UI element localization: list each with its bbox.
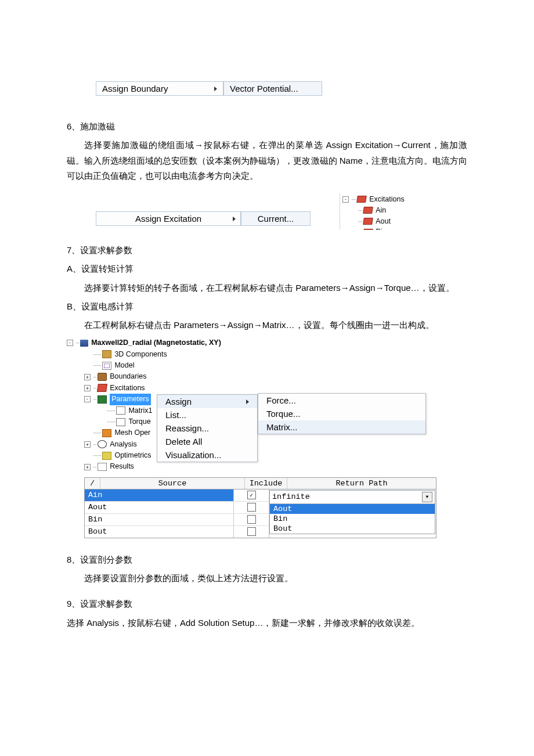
parameters-context-menu: Assign List... Reassign... Delete All Vi… [157, 394, 258, 462]
chevron-down-icon[interactable]: ▼ [422, 492, 432, 502]
chevron-right-icon [214, 87, 217, 91]
source-cell: Aout [85, 502, 234, 513]
excitation-item[interactable]: Rin [376, 226, 387, 230]
tree-root[interactable]: - ··· Maxwell2D_radial (Magnetostatic, X… [67, 337, 427, 348]
section-7a-title: A、设置转矩计算 [67, 261, 467, 276]
project-tree-panel: - ··· Maxwell2D_radial (Magnetostatic, X… [67, 337, 427, 473]
header-slash: / [85, 478, 100, 489]
parameters-label: Parameters [110, 394, 151, 405]
collapse-icon[interactable]: - [342, 196, 349, 203]
results-icon [98, 463, 107, 471]
submenu-matrix[interactable]: Matrix... [258, 420, 425, 434]
assign-excitation-item[interactable]: Assign Excitation [96, 211, 241, 226]
assign-submenu: Force... Torque... Matrix... [258, 393, 426, 434]
assign-boundary-menu: Assign Boundary Vector Potential... [96, 81, 467, 96]
magnet-icon [363, 229, 373, 230]
magnet-icon [97, 384, 107, 392]
excitations-mini-tree: - ···· Excitations ···· Ain ···· Aout ··… [340, 194, 467, 230]
vector-potential-item[interactable]: Vector Potential... [223, 81, 322, 96]
assign-boundary-label: Assign Boundary [102, 84, 168, 93]
section-7-title: 7、设置求解参数 [67, 243, 467, 258]
components-icon [102, 350, 111, 358]
mesh-icon [102, 429, 111, 437]
source-cell: Ain [85, 489, 234, 501]
menu-reassign[interactable]: Reassign... [157, 422, 257, 435]
chevron-right-icon [233, 217, 236, 221]
tree-boundaries[interactable]: +··· Boundaries [67, 371, 427, 382]
section-7b-title: B、设置电感计算 [67, 299, 467, 314]
dropdown-option[interactable]: Bin [270, 514, 435, 524]
header-return-path: Return Path [287, 478, 436, 489]
expand-icon[interactable]: + [84, 385, 91, 391]
section-6-text: 选择要施加激磁的绕组面域→按鼠标右键，在弹出的菜单选 Assign Excita… [67, 138, 467, 183]
include-checkbox[interactable] [247, 503, 256, 512]
assign-excitation-menu: Assign Excitation Current... [96, 211, 311, 226]
include-checkbox[interactable]: ✓ [247, 491, 256, 499]
dropdown-value: infinite [272, 492, 310, 501]
assign-excitation-label: Assign Excitation [135, 214, 201, 224]
section-8-title: 8、设置剖分参数 [67, 552, 467, 567]
analysis-icon [98, 440, 107, 448]
menu-visualization[interactable]: Visualization... [157, 448, 257, 462]
include-checkbox[interactable] [247, 527, 256, 536]
chevron-right-icon [246, 399, 249, 404]
magnet-icon [363, 218, 373, 225]
menu-delete-all[interactable]: Delete All [157, 435, 257, 448]
source-cell: Bin [85, 514, 234, 525]
magnet-icon [356, 196, 367, 203]
section-7a-text: 选择要计算转矩的转子各面域，在工程树鼠标右键点击 Parameters→Assi… [67, 280, 467, 296]
dropdown-option[interactable]: Bout [270, 524, 435, 534]
current-label: Current... [258, 214, 294, 224]
matrix-source-table: / Source Include Return Path Ain ✓ Aout … [84, 477, 436, 538]
section-6-title: 6、施加激磁 [67, 119, 467, 134]
tree-root-label: Maxwell2D_radial (Magnetostatic, XY) [91, 337, 221, 348]
current-item[interactable]: Current... [241, 211, 311, 226]
dropdown-option[interactable]: Aout [270, 504, 435, 514]
section-8-text: 选择要设置剖分参数的面域，类似上述方法进行设置。 [67, 571, 467, 586]
assign-boundary-item[interactable]: Assign Boundary [96, 81, 223, 96]
parameters-icon [98, 395, 107, 404]
return-path-dropdown[interactable]: infinite ▼ Aout Bin Bout [269, 490, 435, 534]
excitations-root-label: Excitations [369, 194, 404, 205]
submenu-force[interactable]: Force... [258, 394, 425, 407]
tree-results[interactable]: +··· Results [67, 461, 427, 472]
table-header: / Source Include Return Path [85, 478, 436, 489]
matrix-icon [116, 406, 125, 415]
dropdown-list: Aout Bin Bout [270, 504, 435, 534]
menu-list[interactable]: List... [157, 408, 257, 422]
magnet-icon [363, 207, 373, 214]
torque-icon [116, 418, 125, 426]
expand-icon[interactable]: + [84, 374, 91, 380]
section-9-text: 选择 Analysis，按鼠标右键，Add Solution Setup…，新建… [67, 615, 467, 631]
excitation-item[interactable]: Ain [376, 205, 386, 216]
tree-3d-components[interactable]: ······· 3D Components [67, 349, 427, 360]
submenu-torque[interactable]: Torque... [258, 407, 425, 420]
maxwell-icon [80, 340, 88, 347]
section-9-title: 9、设置求解参数 [67, 596, 467, 611]
collapse-icon[interactable]: - [67, 340, 73, 346]
menu-assign[interactable]: Assign [157, 395, 257, 408]
source-cell: Bout [85, 526, 234, 538]
header-include: Include [245, 478, 287, 489]
model-icon [102, 362, 111, 370]
expand-icon[interactable]: + [84, 441, 91, 448]
tree-excitations[interactable]: +··· Excitations [67, 383, 427, 394]
expand-icon[interactable]: + [84, 464, 91, 470]
tree-model[interactable]: ······· Model [67, 360, 427, 371]
optimetrics-icon [102, 452, 111, 460]
boundaries-icon [98, 373, 107, 381]
section-7b-text: 在工程树鼠标右键点击 Parameters→Assign→Matrix…，设置。… [67, 318, 467, 333]
include-checkbox[interactable] [247, 515, 256, 524]
vector-potential-label: Vector Potential... [230, 84, 298, 93]
collapse-icon[interactable]: - [84, 396, 91, 402]
header-source: Source [100, 478, 245, 489]
excitation-item[interactable]: Aout [376, 216, 391, 227]
